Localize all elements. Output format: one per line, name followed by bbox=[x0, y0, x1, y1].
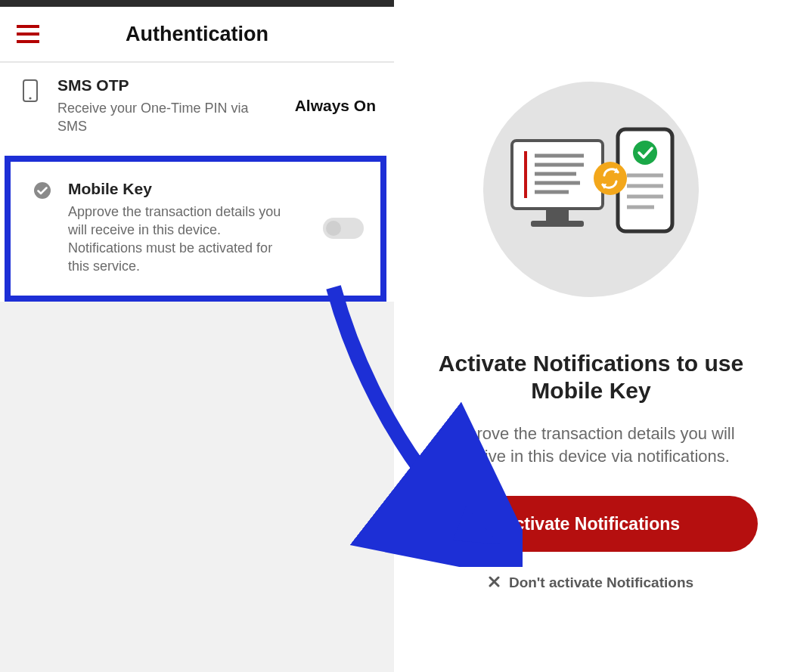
svg-point-13 bbox=[633, 141, 657, 165]
status-bar bbox=[0, 0, 394, 7]
svg-point-1 bbox=[29, 97, 31, 99]
close-icon bbox=[489, 574, 500, 591]
mobile-key-highlight: Mobile Key Approve the transaction detai… bbox=[5, 156, 386, 302]
mobile-key-desc: Approve the transaction details you will… bbox=[68, 203, 295, 276]
sms-otp-desc: Receive your One-Time PIN via SMS bbox=[57, 99, 269, 136]
dont-activate-label: Don't activate Notifications bbox=[509, 574, 693, 591]
mobile-key-toggle[interactable] bbox=[323, 218, 364, 239]
page-title: Authentication bbox=[0, 23, 394, 46]
activate-notifications-screen: Activate Notifications to use Mobile Key… bbox=[394, 0, 788, 672]
svg-point-2 bbox=[34, 182, 51, 199]
svg-rect-4 bbox=[524, 151, 527, 198]
header: Authentication bbox=[0, 7, 394, 61]
sms-otp-title: SMS OTP bbox=[57, 76, 379, 94]
svg-rect-10 bbox=[546, 209, 569, 221]
empty-area bbox=[0, 302, 394, 672]
svg-point-18 bbox=[594, 162, 627, 195]
svg-rect-11 bbox=[531, 221, 584, 227]
mobile-key-title: Mobile Key bbox=[68, 180, 365, 198]
authentication-settings-screen: Authentication SMS OTP Receive your One-… bbox=[0, 0, 394, 672]
menu-icon[interactable] bbox=[17, 25, 39, 43]
illustration bbox=[483, 82, 699, 297]
activate-desc: Approve the transaction details you will… bbox=[394, 423, 788, 467]
sms-otp-status: Always On bbox=[295, 97, 376, 115]
sms-otp-option[interactable]: SMS OTP Receive your One-Time PIN via SM… bbox=[0, 63, 394, 150]
check-circle-icon bbox=[33, 181, 51, 203]
dont-activate-link[interactable]: Don't activate Notifications bbox=[489, 574, 693, 591]
activate-notifications-button[interactable]: Activate Notifications bbox=[425, 496, 758, 552]
mobile-key-option[interactable]: Mobile Key Approve the transaction detai… bbox=[11, 162, 380, 296]
phone-icon bbox=[23, 79, 38, 105]
devices-sync-icon bbox=[504, 125, 678, 254]
activate-title: Activate Notifications to use Mobile Key bbox=[394, 350, 788, 404]
